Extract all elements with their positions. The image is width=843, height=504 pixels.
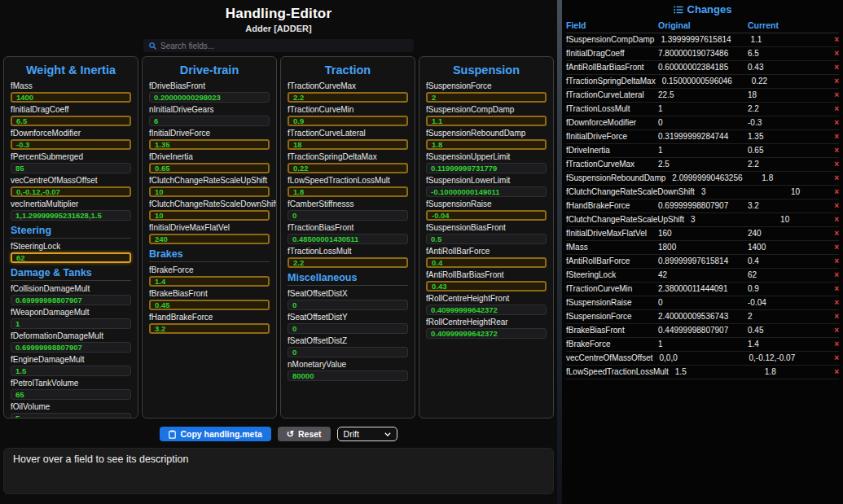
field-input-fTractionLossMult[interactable] (288, 257, 408, 268)
field-input-nMonetaryValue[interactable] (288, 370, 408, 381)
field-input-fOilVolume[interactable] (11, 413, 131, 419)
remove-change-button[interactable]: × (828, 298, 839, 308)
field-input-fSteeringLock[interactable] (11, 252, 131, 263)
field-input-fCollisionDamageMult[interactable] (11, 295, 131, 305)
remove-change-button[interactable]: × (828, 215, 839, 225)
field-input-fDriveInertia[interactable] (149, 163, 270, 173)
field-input-fTractionSpringDeltaMax[interactable] (288, 163, 408, 173)
field-input-fAntiRollBarBiasFront[interactable] (426, 281, 547, 291)
remove-change-button[interactable]: × (828, 340, 839, 349)
field-input-nInitialDriveGears[interactable] (149, 116, 270, 126)
column-header-original: Original (658, 20, 748, 30)
field-input-fSuspensionBiasFront[interactable] (426, 234, 547, 244)
field-input-fClutchChangeRateScaleDownShift[interactable] (149, 210, 270, 221)
field-input-fDownforceModifier[interactable] (11, 139, 131, 150)
field-input-fSuspensionForce[interactable] (426, 92, 547, 103)
field-input-fHandBrakeForce[interactable] (149, 323, 270, 334)
field-input-fClutchChangeRateScaleUpShift[interactable] (149, 186, 270, 197)
field-label: fTractionCurveMax (288, 81, 408, 90)
field-input-fPetrolTankVolume[interactable] (11, 389, 131, 400)
field-input-fDeformationDamageMult[interactable] (11, 342, 131, 353)
field-label: fRollCentreHeightRear (426, 318, 547, 327)
field-input-fSuspensionUpperLimit[interactable] (426, 163, 547, 173)
field-vecCentreOfMassOffset: vecCentreOfMassOffset (11, 176, 131, 197)
section-title-miscellaneous: Miscellaneous (288, 272, 408, 286)
search-bar[interactable] (143, 39, 414, 52)
field-input-fSeatOffsetDistY[interactable] (288, 323, 408, 334)
field-input-fSeatOffsetDistZ[interactable] (288, 347, 408, 357)
field-input-vecInertiaMultiplier[interactable] (11, 210, 131, 221)
remove-change-button[interactable]: × (828, 118, 839, 128)
field-input-fTractionCurveMax[interactable] (288, 92, 408, 103)
field-input-fSuspensionLowerLimit[interactable] (426, 186, 547, 197)
field-input-fSuspensionRaise[interactable] (426, 210, 547, 221)
field-input-fLowSpeedTractionLossMult[interactable] (288, 186, 408, 197)
remove-change-button[interactable]: × (828, 160, 839, 169)
remove-change-button[interactable]: × (828, 326, 839, 335)
field-label: fInitialDriveMaxFlatVel (149, 223, 270, 232)
change-original: 0.15000000596046 (662, 77, 752, 86)
change-field: fTractionCurveMax (566, 160, 658, 169)
field-input-vecCentreOfMassOffset[interactable] (11, 186, 131, 197)
field-input-fDriveBiasFront[interactable] (149, 92, 270, 103)
search-icon (149, 42, 156, 50)
remove-change-button[interactable]: × (828, 63, 839, 72)
remove-change-button[interactable]: × (828, 90, 839, 100)
remove-change-button[interactable]: × (828, 367, 839, 377)
field-input-fAntiRollBarForce[interactable] (426, 257, 547, 268)
preset-dropdown[interactable]: Drift (337, 427, 397, 441)
field-fTractionBiasFront: fTractionBiasFront (288, 223, 408, 244)
remove-change-button[interactable]: × (828, 132, 839, 142)
column-header-field: Field (566, 20, 658, 30)
field-input-fRollCentreHeightFront[interactable] (426, 305, 547, 315)
field-input-fBrakeForce[interactable] (149, 276, 270, 287)
remove-change-button[interactable]: × (828, 146, 839, 156)
field-input-fInitialDragCoeff[interactable] (11, 116, 131, 126)
field-label: fEngineDamageMult (11, 355, 131, 364)
field-input-fTractionCurveMin[interactable] (288, 116, 408, 126)
change-current: 1.35 (748, 132, 828, 142)
field-input-fInitialDriveForce[interactable] (149, 139, 270, 150)
remove-change-button[interactable]: × (828, 77, 839, 86)
search-input[interactable] (160, 42, 408, 50)
field-input-fBrakeBiasFront[interactable] (149, 300, 270, 310)
change-field: fSuspensionCompDamp (566, 35, 661, 45)
remove-change-button[interactable]: × (828, 229, 839, 239)
field-input-fCamberStiffnesss[interactable] (288, 210, 408, 221)
copy-button-label: Copy handling.meta (180, 429, 261, 439)
field-input-fSeatOffsetDistX[interactable] (288, 300, 408, 310)
remove-change-button[interactable]: × (828, 243, 839, 252)
change-field: fLowSpeedTractionLossMult (566, 367, 675, 377)
field-label: fSteeringLock (11, 242, 131, 251)
remove-change-button[interactable]: × (828, 35, 839, 45)
field-input-fWeaponDamageMult[interactable] (11, 318, 131, 329)
field-input-fPercentSubmerged[interactable] (11, 163, 131, 173)
remove-change-button[interactable]: × (828, 104, 839, 114)
field-input-fMass[interactable] (11, 92, 131, 103)
changes-row: fBrakeBiasFront0.449999988079070.45× (566, 324, 839, 338)
remove-change-button[interactable]: × (828, 201, 839, 211)
field-input-fEngineDamageMult[interactable] (11, 366, 131, 376)
field-input-fTractionBiasFront[interactable] (288, 234, 408, 244)
changes-row: fSuspensionReboundDamp2.099999904632561.… (566, 172, 839, 186)
field-label: fSuspensionReboundDamp (426, 129, 547, 138)
app-header: Handling-Editor Adder [ADDER] (0, 0, 557, 52)
field-label: fSuspensionForce (426, 81, 547, 90)
remove-change-button[interactable]: × (828, 256, 839, 266)
field-input-fInitialDriveMaxFlatVel[interactable] (149, 234, 270, 244)
field-input-fSuspensionCompDamp[interactable] (426, 116, 547, 126)
remove-change-button[interactable]: × (828, 353, 839, 363)
remove-change-button[interactable]: × (828, 270, 839, 280)
remove-change-button[interactable]: × (828, 173, 839, 183)
remove-change-button[interactable]: × (828, 187, 839, 197)
copy-handling-button[interactable]: Copy handling.meta (160, 427, 270, 441)
reset-button[interactable]: ↺ Reset (278, 427, 331, 441)
field-input-fRollCentreHeightRear[interactable] (426, 328, 547, 339)
field-input-fSuspensionReboundDamp[interactable] (426, 139, 547, 150)
field-input-fTractionCurveLateral[interactable] (288, 139, 408, 150)
changes-row: fDownforceModifier0-0.3× (566, 116, 839, 130)
remove-change-button[interactable]: × (828, 312, 839, 322)
remove-change-button[interactable]: × (828, 49, 839, 59)
remove-change-button[interactable]: × (828, 284, 839, 294)
field-label: fDownforceModifier (11, 129, 131, 138)
